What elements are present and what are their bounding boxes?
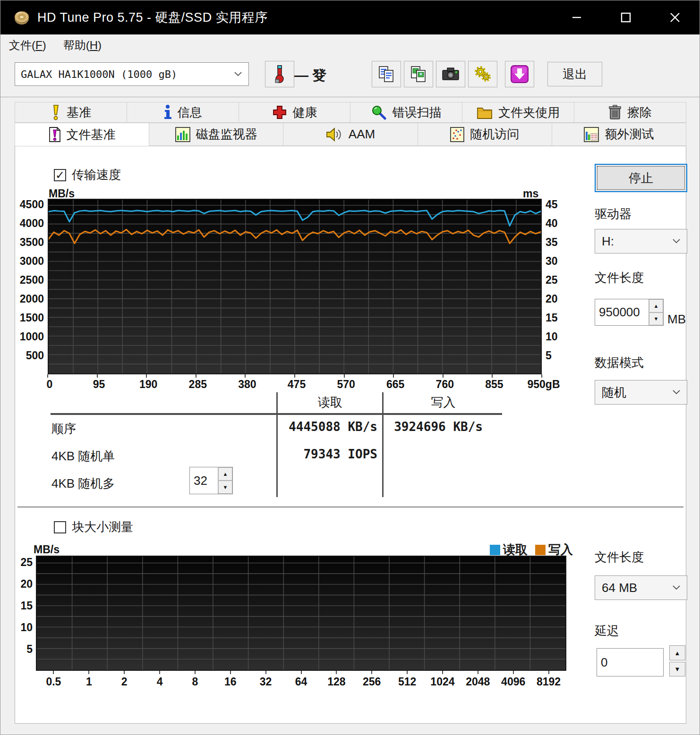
tick-label: 760 [422, 378, 468, 391]
block-size-label: 块大小测量 [72, 519, 133, 535]
queue-depth-down-button[interactable]: ▼ [218, 481, 232, 494]
tab-extra-tests[interactable]: 额外测试 [552, 123, 686, 146]
tick-label: 665 [372, 378, 418, 391]
minimize-button[interactable] [552, 0, 601, 34]
queue-depth-value[interactable]: 32 [190, 467, 218, 494]
tick-mark [344, 374, 345, 378]
stop-button[interactable]: 停止 [595, 164, 687, 192]
aam-speaker-icon [326, 127, 343, 142]
temperature-button[interactable] [265, 61, 294, 87]
tick-label: 1500 [14, 312, 44, 324]
tick-label: 8192 [528, 676, 570, 688]
maximize-button[interactable] [601, 0, 650, 34]
queue-depth-up-button[interactable]: ▲ [218, 467, 232, 481]
tick-label: 500 [14, 349, 44, 362]
disk-monitor-icon [175, 127, 190, 142]
settings-button[interactable] [468, 61, 497, 87]
drive-letter-value: H: [602, 234, 614, 249]
queue-depth-spinner[interactable]: 32 ▲ ▼ [189, 467, 233, 494]
tab-label: 额外测试 [605, 126, 654, 143]
error-scan-magnifier-icon [371, 105, 386, 120]
4kb-single-read-value: 79343 IOPS [280, 447, 377, 461]
delay-value[interactable]: 0 [597, 649, 663, 676]
tab-benchmark[interactable]: 基准 [15, 102, 127, 123]
tab-erase[interactable]: 擦除 [574, 102, 686, 123]
transfer-speed-label: 传输速度 [72, 167, 121, 183]
tab-label: 文件夹使用 [498, 104, 560, 121]
temperature-value: — 癹 [294, 66, 326, 85]
save-results-button[interactable] [505, 61, 534, 87]
delay-up-button[interactable]: ▲ [669, 645, 685, 660]
tab-disk-monitor[interactable]: 磁盘监视器 [149, 123, 283, 146]
file-length-down-button[interactable]: ▼ [649, 313, 663, 326]
camera-icon [441, 66, 460, 83]
tab-info[interactable]: 信息 [127, 102, 239, 123]
tick-mark [478, 671, 478, 674]
legend-read-swatch [490, 545, 500, 555]
results-divider-v1 [276, 392, 278, 497]
tab-health[interactable]: 健康 [239, 102, 351, 123]
drive-letter-select[interactable]: H: [595, 229, 687, 253]
download-arrow-icon [510, 64, 529, 84]
chevron-down-icon [673, 585, 680, 590]
titlebar: HD Tune Pro 5.75 - 硬盘/SSD 实用程序 [0, 0, 700, 34]
file-length-up-button[interactable]: ▲ [649, 299, 663, 313]
toolbar: GALAX HA1K1000N (1000 gB) — 癹 [0, 56, 700, 97]
tick-mark [230, 671, 231, 674]
menubar: 文件(F) 帮助(H) [0, 34, 700, 56]
copy-text-button[interactable] [372, 61, 401, 87]
copy-image-icon [410, 65, 427, 83]
tick-label: 25 [10, 556, 33, 569]
menu-help[interactable]: 帮助(H) [55, 34, 110, 56]
menu-file[interactable]: 文件(F) [0, 34, 55, 56]
delay-input[interactable]: 0 [597, 648, 664, 676]
tick-mark [245, 374, 246, 378]
transfer-speed-checkbox[interactable]: ✓ [54, 169, 66, 181]
tick-label: 285 [175, 378, 221, 391]
tick-label: 25 [546, 274, 569, 287]
row-sequential-label: 顺序 [51, 421, 76, 437]
screenshot-button[interactable] [436, 61, 465, 87]
tab-aam[interactable]: AAM [283, 123, 418, 146]
copy-image-button[interactable] [404, 61, 433, 87]
tab-random-access[interactable]: 随机访问 [418, 123, 552, 146]
tick-mark [301, 671, 302, 674]
tick-label: 30 [546, 255, 569, 268]
chart1-y-unit: MB/s [49, 187, 75, 200]
tick-mark [97, 374, 98, 378]
tick-label: 10 [546, 330, 569, 343]
exit-button[interactable]: 退出 [547, 62, 602, 86]
block-size-chart [36, 556, 566, 671]
tab-label: 基准 [67, 104, 91, 121]
tick-mark [513, 671, 514, 674]
tab-folder-usage[interactable]: 文件夹使用 [462, 102, 574, 123]
tab-label: AAM [349, 127, 375, 142]
file-length-value[interactable]: 950000 [595, 299, 649, 325]
tab-label: 擦除 [627, 104, 652, 121]
drive-select[interactable]: GALAX HA1K1000N (1000 gB) [15, 62, 249, 86]
delay-down-button[interactable]: ▼ [669, 662, 685, 676]
file-length-spinner[interactable]: 950000 ▲ ▼ [595, 299, 664, 326]
chevron-down-icon [673, 239, 680, 244]
row-4kb-single-label: 4KB 随机单 [51, 448, 115, 465]
tick-label: 4500 [14, 198, 44, 211]
tab-row-2: 文件基准 磁盘监视器 AAM [15, 123, 686, 146]
tab-label: 信息 [178, 104, 202, 121]
file-length2-select[interactable]: 64 MB [595, 575, 687, 600]
data-mode-select[interactable]: 随机 [595, 380, 687, 405]
chevron-down-icon [234, 72, 242, 76]
tab-error-scan[interactable]: 错误扫描 [350, 102, 462, 123]
tab-label: 文件基准 [67, 127, 116, 143]
drive-select-value: GALAX HA1K1000N (1000 gB) [21, 68, 177, 80]
tick-label: 380 [224, 378, 270, 391]
close-button[interactable] [650, 0, 700, 34]
tick-label: 5 [546, 349, 569, 362]
folder-usage-icon [477, 105, 493, 119]
tick-label: 2000 [14, 293, 44, 305]
health-cross-icon [272, 105, 287, 120]
tab-file-benchmark[interactable]: 文件基准 [15, 123, 149, 146]
tick-mark [146, 374, 147, 378]
tick-label: 10 [10, 621, 33, 634]
block-size-checkbox[interactable] [54, 521, 66, 533]
tab-row-1: 基准 信息 健康 错误扫描 [15, 102, 686, 123]
